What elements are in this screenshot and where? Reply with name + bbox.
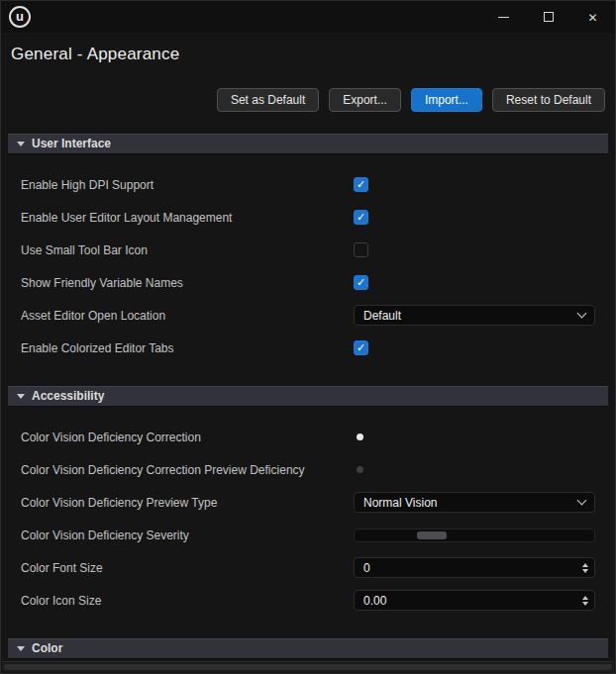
collapse-arrow-icon — [17, 394, 25, 399]
setting-row: Color Vision Deficiency Correction Previ… — [21, 453, 595, 486]
section-header-color[interactable]: Color — [8, 638, 608, 659]
setting-label: Use Small Tool Bar Icon — [21, 243, 354, 257]
enable-user-editor-layout-management-checkbox[interactable] — [354, 210, 368, 225]
color-icon-size-spinbox[interactable]: 0.00 — [354, 590, 595, 611]
section-body-user-interface: Enable High DPI Support Enable User Edit… — [1, 154, 615, 364]
setting-label: Color Vision Deficiency Preview Type — [21, 496, 354, 510]
setting-row: Enable User Editor Layout Management — [21, 201, 595, 234]
spinbox-value: 0.00 — [363, 594, 386, 608]
editor-preferences-window: General - Appearance Set as Default Expo… — [0, 0, 616, 674]
color-vision-deficiency-correction-preview-deficiency-checkbox[interactable] — [357, 466, 363, 473]
maximize-button[interactable] — [526, 1, 570, 33]
setting-label: Color Font Size — [21, 561, 354, 575]
color-vision-deficiency-severity-slider[interactable] — [354, 529, 595, 542]
section-user-interface: User Interface Enable High DPI Support E… — [1, 134, 615, 364]
setting-row: Color Icon Size 0.00 — [21, 584, 595, 617]
window-controls — [481, 1, 615, 33]
close-icon — [587, 8, 597, 26]
setting-label: Enable Colorized Editor Tabs — [21, 341, 354, 355]
horizontal-scrollbar-thumb[interactable] — [4, 664, 612, 670]
minimize-icon — [498, 17, 509, 18]
enable-colorized-editor-tabs-checkbox[interactable] — [354, 340, 368, 355]
setting-label: Color Vision Deficiency Correction Previ… — [21, 463, 354, 477]
section-accessibility: Accessibility Color Vision Deficiency Co… — [1, 386, 615, 617]
setting-label: Color Vision Deficiency Correction — [21, 431, 354, 444]
setting-row: Color Vision Deficiency Preview Type Nor… — [21, 486, 595, 519]
setting-label: Enable User Editor Layout Management — [21, 211, 354, 225]
toolbar: Set as Default Export... Import... Reset… — [1, 88, 615, 112]
horizontal-scrollbar[interactable] — [2, 661, 614, 672]
minimize-button[interactable] — [481, 1, 526, 33]
setting-label: Show Friendly Variable Names — [21, 276, 354, 290]
section-header-user-interface[interactable]: User Interface — [8, 134, 608, 154]
setting-row: Asset Editor Open Location Default — [21, 299, 595, 332]
color-vision-deficiency-correction-checkbox[interactable] — [357, 433, 363, 440]
reset-to-default-button[interactable]: Reset to Default — [492, 88, 605, 112]
setting-row: Color Font Size 0 — [21, 551, 595, 584]
setting-row: Show Friendly Variable Names — [21, 266, 595, 299]
section-title: Color — [32, 641, 62, 655]
use-small-tool-bar-icon-checkbox[interactable] — [354, 242, 368, 257]
setting-row: Color Vision Deficiency Correction — [21, 421, 595, 453]
close-button[interactable] — [570, 1, 615, 33]
setting-row: Enable High DPI Support — [21, 168, 595, 201]
chevron-down-icon — [577, 496, 587, 506]
chevron-down-icon — [577, 309, 587, 319]
setting-row: Use Small Tool Bar Icon — [21, 234, 595, 266]
asset-editor-open-location-select[interactable]: Default — [354, 305, 595, 326]
import-button[interactable]: Import... — [411, 88, 482, 112]
spinner-arrows-icon[interactable] — [582, 563, 588, 573]
page-title: General - Appearance — [1, 33, 615, 64]
maximize-icon — [544, 12, 554, 22]
unreal-engine-logo-icon — [9, 6, 31, 28]
titlebar[interactable] — [1, 1, 615, 33]
setting-row: Color Vision Deficiency Severity — [21, 519, 595, 551]
section-body-accessibility: Color Vision Deficiency Correction Color… — [1, 407, 615, 617]
setting-label: Color Icon Size — [21, 594, 354, 608]
enable-high-dpi-support-checkbox[interactable] — [354, 177, 368, 192]
section-title: User Interface — [32, 137, 111, 150]
spinner-arrows-icon[interactable] — [582, 596, 588, 606]
section-header-accessibility[interactable]: Accessibility — [8, 386, 608, 407]
slider-handle[interactable] — [417, 531, 447, 539]
setting-label: Color Vision Deficiency Severity — [21, 529, 354, 542]
show-friendly-variable-names-checkbox[interactable] — [354, 275, 368, 290]
setting-row: Enable Colorized Editor Tabs — [21, 332, 595, 364]
color-vision-deficiency-preview-type-select[interactable]: Normal Vision — [354, 492, 595, 513]
select-value: Default — [363, 309, 401, 323]
spinbox-value: 0 — [363, 561, 370, 575]
set-as-default-button[interactable]: Set as Default — [217, 88, 319, 112]
export-button[interactable]: Export... — [329, 88, 401, 112]
select-value: Normal Vision — [363, 496, 437, 510]
setting-label: Enable High DPI Support — [21, 178, 354, 192]
collapse-arrow-icon — [17, 142, 25, 146]
color-font-size-spinbox[interactable]: 0 — [354, 557, 595, 578]
section-color: Color — [1, 638, 615, 659]
collapse-arrow-icon — [17, 646, 25, 651]
section-title: Accessibility — [32, 389, 104, 403]
setting-label: Asset Editor Open Location — [21, 309, 354, 323]
